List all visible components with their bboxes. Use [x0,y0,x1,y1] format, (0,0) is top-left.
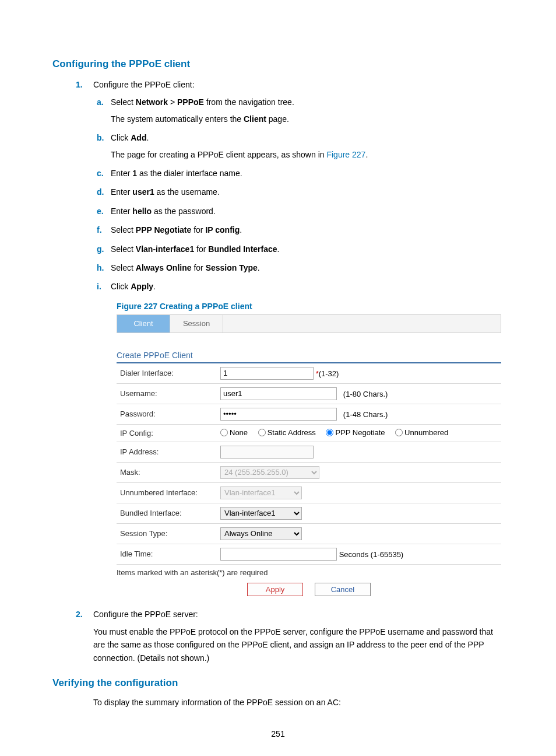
session-type-select[interactable]: Always Online [220,527,302,540]
figure-link[interactable]: Figure 227 [326,150,365,159]
ipaddress-input[interactable] [220,446,314,459]
label-unnumbered-if: Unnumbered Interface: [117,482,217,503]
bundled-if-select[interactable]: Vlan-interface1 [220,507,302,520]
label-mask: Mask: [117,462,217,482]
radio-none[interactable]: None [220,428,248,437]
step-2-text: Configure the PPPoE server: [93,610,198,619]
figure-screenshot: Client Session Create PPPoE Client Diale… [117,314,501,596]
step-1-text: Configure the PPPoE client: [93,80,195,89]
panel-title: Create PPPoE Client [117,351,501,360]
section-heading-configure: Configuring the PPPoE client [52,58,504,70]
step-2: 2. Configure the PPPoE server: You must … [93,608,504,665]
label-dialer: Dialer Interface: [117,363,217,384]
cancel-button[interactable]: Cancel [315,583,371,596]
sub-a-marker: a. [97,96,104,108]
sub-g: g. Select Vlan-interface1 for Bundled In… [111,243,504,256]
radio-static[interactable]: Static Address [258,428,316,437]
apply-button[interactable]: Apply [247,583,303,596]
step-1: 1. Configure the PPPoE client: a. Select… [93,78,504,293]
mask-select[interactable]: 24 (255.255.255.0) [220,466,319,479]
required-note: Items marked with an asterisk(*) are req… [117,568,501,577]
label-password: Password: [117,404,217,424]
figure-caption: Figure 227 Creating a PPPoE client [117,302,504,311]
label-idle-time: Idle Time: [117,544,217,564]
sub-c: c. Enter 1 as the dialer interface name. [111,167,504,180]
tab-client[interactable]: Client [117,315,170,332]
sub-b: b. Click Add. The page for creating a PP… [111,131,504,161]
step-1-marker: 1. [76,78,83,91]
dialer-input[interactable] [220,367,314,380]
section-heading-verify: Verifying the configuration [52,677,504,689]
idle-time-input[interactable] [220,548,337,561]
tab-bar: Client Session [117,314,501,333]
label-username: Username: [117,383,217,404]
label-ipaddress: IP Address: [117,442,217,462]
verify-para: To display the summary information of th… [93,696,504,709]
label-bundled-if: Bundled Interface: [117,503,217,523]
page-number: 251 [0,729,556,738]
sub-e: e. Enter hello as the password. [111,205,504,218]
label-session-type: Session Type: [117,523,217,544]
sub-i: i. Click Apply. [111,280,504,293]
tab-session[interactable]: Session [170,315,223,332]
username-input[interactable] [220,387,337,400]
step-2-para: You must enable the PPPoE protocol on th… [93,625,504,664]
sub-h: h. Select Always Online for Session Type… [111,261,504,274]
sub-d: d. Enter user1 as the username. [111,186,504,198]
unnumbered-if-select[interactable]: Vlan-interface1 [220,487,302,499]
label-ipconfig: IP Config: [117,424,217,442]
step-2-marker: 2. [76,608,83,621]
radio-unnumbered[interactable]: Unnumbered [395,428,448,437]
sub-f: f. Select PPP Negotiate for IP config. [111,223,504,236]
radio-ppp-negotiate[interactable]: PPP Negotiate [326,428,385,437]
password-input[interactable] [220,408,337,421]
sub-a: a. Select Network > PPPoE from the navig… [111,96,504,125]
sub-b-marker: b. [97,131,104,144]
